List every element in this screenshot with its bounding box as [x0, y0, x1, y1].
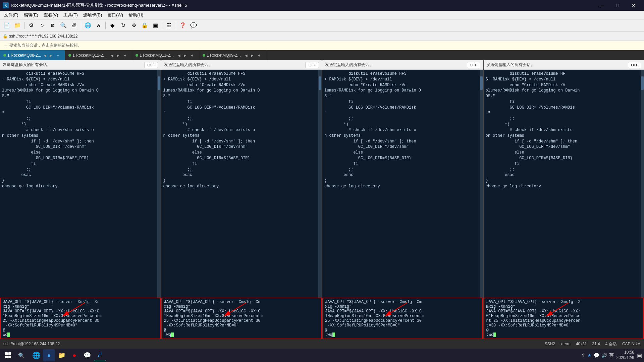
panel3-highlight: JAVA_OPT="${JAVA_OPT} -server -Xms1g -Xm… — [322, 298, 483, 339]
panel3-highlight-content: JAVA_OPT="${JAVA_OPT} -server -Xms1g -Xm… — [325, 300, 480, 333]
menu-tabs[interactable]: 选项卡(B) — [80, 11, 105, 19]
panel2-terminal-content: diskutil eraseVolume HFS + RAMDisk ${DEV… — [163, 71, 317, 189]
panel1-highlight: JAVA_OPT="${JAVA_OPT} -server -Xms1g -Xm… — [0, 298, 161, 339]
panels-container: 发送键盘输入的所有会话。 OFF diskutil eraseVolume HF… — [0, 60, 644, 339]
toolbar-btn6[interactable]: 🌐 — [83, 21, 93, 30]
close-button[interactable]: ✕ — [626, 0, 641, 11]
expand-button[interactable]: ✥ — [129, 21, 139, 30]
taskbar-clock: 10:58 2020/12/9 — [616, 350, 634, 360]
panel1-terminal[interactable]: diskutil eraseVolume HFS + RAMDisk ${DEV… — [0, 70, 157, 298]
tab2-add[interactable]: + — [122, 53, 128, 58]
taskbar-app-wechat[interactable]: 💬 — [81, 349, 93, 361]
lock-button[interactable]: 🔒 — [140, 21, 149, 30]
panel4-scrollbar-thumb[interactable] — [641, 76, 644, 90]
tab3-add[interactable]: + — [189, 53, 196, 58]
panel3-scrollbar-thumb[interactable] — [480, 76, 483, 90]
panel4-off-button[interactable]: OFF — [628, 62, 641, 68]
panel1-send-all-bar: 发送键盘输入的所有会话。 OFF — [0, 60, 161, 70]
panel1-scrollbar-thumb[interactable] — [158, 76, 160, 90]
panel3-terminal[interactable]: diskutil eraseVolume HFS + RAMDisk ${DEV… — [322, 70, 480, 298]
tab1-add[interactable]: + — [55, 53, 61, 58]
toolbar-btn3[interactable]: 🗎 — [48, 21, 57, 30]
tab1-nav-left[interactable]: ◀ — [43, 54, 47, 57]
taskbar-search-button[interactable]: 🔍 — [15, 349, 28, 361]
tray-star-icon[interactable]: ★ — [587, 353, 592, 358]
lock-icon: 🔒 — [3, 34, 8, 39]
tab2-indicator — [68, 54, 71, 57]
panel3-send-all-text: 发送键盘输入的所有会话。 — [325, 62, 467, 68]
taskbar-app-cortana[interactable]: ● — [43, 349, 55, 361]
panel2-scrollbar-thumb[interactable] — [319, 76, 321, 90]
panel2-off-button[interactable]: OFF — [306, 62, 319, 68]
new-session-button[interactable]: 📄 — [2, 21, 11, 30]
status-caps: CAP NUM — [622, 342, 641, 346]
tab3-nav-right[interactable]: ▶ — [183, 54, 187, 57]
layout-button[interactable]: ☷ — [164, 21, 174, 30]
tab-3[interactable]: 1 RocketMQ11-2m... ◀ ▶ + — [132, 50, 199, 60]
menu-window[interactable]: 窗口(W) — [105, 11, 126, 19]
panel1-off-button[interactable]: OFF — [145, 62, 158, 68]
wechat-icon: 💬 — [84, 352, 91, 359]
toolbar-btn7[interactable]: ◆ — [108, 21, 117, 30]
notification-icon[interactable]: ▣ — [637, 352, 642, 359]
tab-1[interactable]: 1 RocketMQ08-2... ◀ ▶ + — [0, 50, 65, 60]
toolbar: 📄 📁 ⚙ ↻ 🗎 🔍 🖶 🌐 A ◆ ↻ ✥ 🔒 ▣ ☷ ❓ 💬 — [0, 19, 644, 32]
tab2-nav-right[interactable]: ▶ — [116, 54, 120, 57]
panel1-scrollbar[interactable] — [157, 70, 161, 298]
toolbar-btn4[interactable]: 🔍 — [59, 21, 68, 30]
panel2-scrollbar[interactable] — [318, 70, 322, 298]
tab3-nav-left[interactable]: ◀ — [177, 54, 181, 57]
font-button[interactable]: A — [94, 21, 103, 30]
panel1-cursor-text: wq — [3, 333, 7, 337]
chat-button[interactable]: 💬 — [189, 21, 198, 30]
panel2-terminal[interactable]: diskutil eraseVolume HFS + RAMDisk ${DEV… — [161, 70, 319, 298]
panel2-highlight-content: JAVA_OPT="${JAVA_OPT} -server -Xms1g -Xm… — [164, 300, 319, 333]
panel-4: 发送键盘输入的所有会话。 OFF diskutil eraseVolume HF… — [484, 60, 644, 339]
edge-icon: 🌐 — [32, 351, 41, 359]
toolbar-btn9[interactable]: ▣ — [151, 21, 160, 30]
tab2-nav-left[interactable]: ◀ — [110, 54, 114, 57]
status-position: 31,4 — [592, 342, 600, 346]
taskbar-app-explorer[interactable]: 📁 — [56, 349, 68, 361]
toolbar-btn5[interactable]: 🖶 — [69, 21, 79, 30]
panel3-off-button[interactable]: OFF — [467, 62, 480, 68]
help-button[interactable]: ❓ — [178, 21, 187, 30]
panel1-terminal-content: diskutil eraseVolume HFS + RAMDisk ${DEV… — [2, 71, 155, 189]
menu-file[interactable]: 文件(F) — [1, 11, 21, 19]
start-button[interactable] — [2, 349, 14, 361]
properties-button[interactable]: ⚙ — [26, 21, 36, 30]
panel3-send-all-bar: 发送键盘输入的所有会话。 OFF — [322, 60, 483, 70]
panel4-terminal[interactable]: diskutil eraseVolume HF S+ RAMDisk ${DEV… — [484, 70, 641, 298]
open-button[interactable]: 📁 — [13, 21, 22, 30]
tab4-add[interactable]: + — [256, 53, 263, 58]
address-bar: 🔒 ssh://root:*******@192.168.244.138:22 — [0, 32, 644, 41]
tab3-indicator — [136, 54, 138, 57]
tab4-nav-left[interactable]: ◀ — [244, 54, 249, 57]
menu-help[interactable]: 帮助(H) — [126, 11, 146, 19]
taskbar-app-xshell[interactable]: 🖊 — [94, 349, 106, 361]
panel-3: 发送键盘输入的所有会话。 OFF diskutil eraseVolume HF… — [322, 60, 484, 339]
menu-tools[interactable]: 工具(T) — [61, 11, 80, 19]
panel2-cursor-text: :wq — [164, 333, 171, 337]
tray-bubble-icon[interactable]: 💬 — [594, 353, 599, 358]
tray-up-icon[interactable]: ⇧ — [581, 353, 585, 358]
tab3-label: 1 RocketMQ11-2m... — [140, 53, 175, 58]
panel4-scrollbar[interactable] — [641, 70, 644, 298]
tray-volume-icon[interactable]: 🔊 — [601, 353, 607, 358]
maximize-button[interactable]: □ — [610, 0, 625, 11]
menu-view[interactable]: 查看(V) — [41, 11, 61, 19]
panel3-scrollbar[interactable] — [480, 70, 483, 298]
minimize-button[interactable]: — — [594, 0, 609, 11]
menu-edit[interactable]: 编辑(E) — [21, 11, 41, 19]
taskbar-app-edge[interactable]: 🌐 — [30, 349, 42, 361]
status-size: 40x31 — [576, 342, 587, 346]
toolbar-btn8[interactable]: ↻ — [118, 21, 128, 30]
tab4-nav-right[interactable]: ▶ — [250, 54, 255, 57]
tab-4[interactable]: 1 RocketMQ09-2m... ◀ ▶ + — [199, 50, 266, 60]
xshell-icon: 🖊 — [97, 352, 103, 358]
tab1-nav-right[interactable]: ▶ — [49, 54, 53, 57]
tray-lang-icon[interactable]: 英 — [609, 352, 614, 358]
toolbar-btn2[interactable]: ↻ — [37, 21, 47, 30]
tab-2[interactable]: 1 RocketMQ12-2m... ◀ ▶ + — [65, 50, 132, 60]
taskbar-app-red[interactable]: ● — [68, 349, 80, 361]
